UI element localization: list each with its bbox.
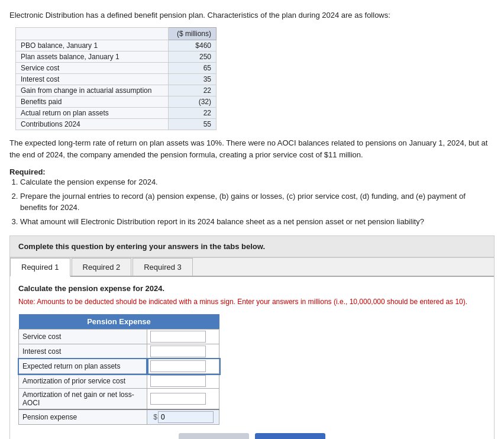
pension-total-label: Pension expense [19, 409, 147, 425]
row-value: 65 [168, 62, 216, 73]
required-section: Required: Calculate the pension expense … [9, 167, 495, 227]
table-row: PBO balance, January 1$460 [16, 40, 217, 51]
requirement-item-3: What amount will Electronic Distribution… [20, 216, 495, 228]
row-label: Gain from change in actuarial assumption [16, 85, 169, 96]
row-value: $460 [168, 40, 216, 51]
pension-input-3[interactable] [151, 361, 205, 372]
intro-text: Electronic Distribution has a defined be… [9, 9, 495, 21]
tab-title: Calculate the pension expense for 2024. [18, 284, 486, 293]
tab-required2[interactable]: Required 2 [72, 258, 132, 276]
pension-table-header: Pension Expense [19, 314, 219, 330]
dollar-sign: $ [151, 413, 157, 421]
row-label: Service cost [16, 62, 169, 73]
table-row: Gain from change in actuarial assumption… [16, 85, 217, 96]
required-label: Required: [9, 167, 46, 176]
pension-input-2[interactable] [151, 346, 205, 357]
next-button[interactable]: Required 2 > [255, 433, 325, 439]
pension-input-4[interactable] [151, 376, 205, 386]
pension-row-input-cell [147, 389, 219, 410]
pension-total-value-cell: $ [147, 409, 219, 425]
row-label: Plan assets balance, January 1 [16, 51, 169, 62]
table-header: ($ millions) [168, 27, 216, 40]
characteristics-table: ($ millions) PBO balance, January 1$460P… [15, 27, 217, 130]
tab-required1[interactable]: Required 1 [10, 258, 70, 277]
pension-row-5: Amortization of net gain or net loss-AOC… [19, 389, 219, 410]
tab-required3[interactable]: Required 3 [133, 258, 193, 276]
pension-row-3: Expected return on plan assets [19, 359, 219, 374]
table-row: Actual return on plan assets22 [16, 107, 217, 118]
row-value: 22 [168, 85, 216, 96]
complete-box: Complete this question by entering your … [9, 235, 495, 257]
nav-buttons: < Required 1 Required 2 > [18, 433, 486, 439]
pension-expense-table: Pension Expense Service cost Interest co… [18, 314, 219, 425]
tab-content-required1: Calculate the pension expense for 2024. … [10, 277, 494, 439]
pension-row-label: Interest cost [19, 344, 147, 359]
pension-row-input-cell [147, 374, 219, 389]
row-value: 55 [168, 118, 216, 130]
table-row: Benefits paid(32) [16, 96, 217, 107]
row-value: 22 [168, 107, 216, 118]
row-label: Interest cost [16, 73, 169, 85]
row-label: Actual return on plan assets [16, 107, 169, 118]
pension-row-1: Service cost [19, 330, 219, 344]
pension-row-input-cell [147, 344, 219, 359]
table-row: Interest cost35 [16, 73, 217, 85]
row-value: 250 [168, 51, 216, 62]
expected-text: The expected long-term rate of return on… [9, 137, 495, 162]
pension-input-5[interactable] [151, 393, 205, 404]
pension-total-row: Pension expense $ [19, 409, 219, 425]
pension-total-input[interactable] [159, 412, 213, 422]
table-row: Service cost65 [16, 62, 217, 73]
pension-row-input-cell [147, 359, 219, 374]
requirement-item-1: Calculate the pension expense for 2024. [20, 176, 495, 188]
pension-row-label: Service cost [19, 330, 147, 344]
pension-row-label: Amortization of prior service cost [19, 374, 147, 389]
row-label: PBO balance, January 1 [16, 40, 169, 51]
pension-input-1[interactable] [151, 331, 205, 342]
table-row: Plan assets balance, January 1250 [16, 51, 217, 62]
pension-row-4: Amortization of prior service cost [19, 374, 219, 389]
row-label: Benefits paid [16, 96, 169, 107]
pension-row-label: Expected return on plan assets [19, 359, 147, 374]
tabs-row: Required 1 Required 2 Required 3 [10, 258, 494, 277]
table-row: Contributions 202455 [16, 118, 217, 130]
requirements-list: Calculate the pension expense for 2024. … [9, 176, 495, 227]
row-label: Contributions 2024 [16, 118, 169, 130]
pension-row-2: Interest cost [19, 344, 219, 359]
prev-button[interactable]: < Required 1 [179, 433, 249, 439]
requirement-item-2: Prepare the journal entries to record (a… [20, 191, 495, 214]
row-value: 35 [168, 73, 216, 85]
pension-row-input-cell [147, 330, 219, 344]
tabs-container: Required 1 Required 2 Required 3 Calcula… [9, 257, 495, 439]
tab-note: Note: Amounts to be deducted should be i… [18, 296, 486, 307]
pension-row-label: Amortization of net gain or net loss-AOC… [19, 389, 147, 410]
row-value: (32) [168, 96, 216, 107]
